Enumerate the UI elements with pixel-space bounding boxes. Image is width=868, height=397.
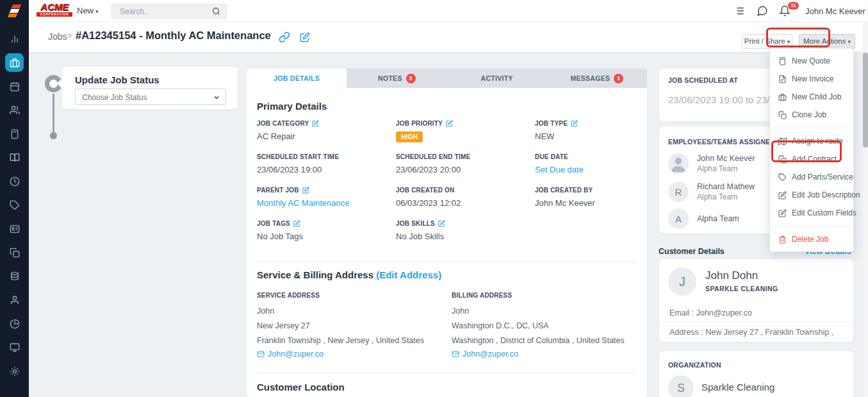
job-details-panel: Primary Details JOB CATEGORY AC Repair J… (247, 88, 647, 397)
service-address-line: New Jersey 27 (257, 321, 310, 330)
timeline-end-dot (50, 132, 57, 139)
primary-details-heading: Primary Details (257, 101, 327, 112)
menu-item-edit-job-description[interactable]: Edit Job Description (770, 186, 853, 204)
search-box (111, 3, 227, 19)
initial-avatar: S (668, 375, 694, 397)
organization-card: ORGANIZATION S Sparkle Cleaning (659, 350, 854, 397)
edit-icon (778, 191, 787, 199)
service-email-link[interactable]: John@zuper.co (257, 350, 323, 359)
search-input[interactable] (120, 3, 209, 19)
chat-icon[interactable] (757, 5, 768, 17)
bar-chart-icon[interactable] (5, 30, 24, 48)
menu-item-add-contract[interactable]: Add Contract (770, 150, 853, 168)
billing-email-link[interactable]: John@zuper.co (452, 350, 518, 359)
field-parent-job: PARENT JOB Monthly AC Maintenance (257, 187, 396, 210)
print-share-button[interactable]: Print / Share▾ (742, 34, 792, 49)
clock-icon[interactable] (5, 172, 24, 190)
monitor-icon[interactable] (5, 338, 24, 357)
zuper-logo-icon[interactable] (7, 4, 22, 18)
customer-name: John Dohn (705, 269, 758, 282)
edit-icon[interactable] (312, 120, 319, 127)
calculator-icon[interactable] (5, 124, 24, 143)
chevron-down-icon: ▾ (95, 8, 99, 15)
user-icon[interactable] (5, 291, 24, 309)
job-status-select[interactable]: Choose Job Status (75, 89, 226, 105)
customer-details-heading: Customer Details (659, 247, 725, 256)
status-card-title: Update Job Status (75, 74, 160, 85)
assignee-row[interactable]: A Alpha Team (668, 208, 739, 229)
calendar-icon[interactable] (5, 77, 24, 96)
menu-item-delete-job[interactable]: Delete Job (770, 230, 853, 248)
menu-item-assign-to-route[interactable]: Assign to route (770, 132, 853, 150)
gear-icon[interactable] (5, 362, 24, 380)
menu-item-new-invoice[interactable]: New Invoice (770, 70, 853, 88)
users-icon[interactable] (5, 101, 24, 119)
edit-icon[interactable] (300, 32, 310, 42)
field-created-by: JOB CREATED BY John Mc Keever (535, 187, 637, 210)
briefcase-icon[interactable] (5, 53, 24, 72)
page-title: #A12345154 - Monthly AC Maintenance (76, 30, 271, 42)
field-due-date: DUE DATE Set Due date (535, 153, 637, 177)
card-divider (659, 321, 853, 322)
parent-job-link[interactable]: Monthly AC Maintenance (257, 198, 350, 208)
link-icon[interactable] (279, 31, 290, 43)
notification-badge: 11 (788, 2, 799, 10)
book-icon[interactable] (5, 148, 24, 167)
initial-avatar: R (668, 182, 689, 202)
search-icon[interactable] (212, 7, 220, 15)
field-job-skills: JOB SKILLS No Job Skills (396, 220, 535, 244)
service-address-line: Franklin Township , New Jersey , United … (257, 336, 424, 345)
menu-item-edit-custom-fields[interactable]: Edit Custom Fields (770, 204, 853, 222)
coins-icon[interactable] (5, 267, 24, 285)
customer-location-heading: Customer Location (257, 382, 345, 393)
edit-icon[interactable] (446, 120, 453, 127)
more-actions-button[interactable]: More Actions▾ (799, 34, 855, 49)
timeline-line (53, 94, 54, 132)
breadcrumb-separator: > (67, 31, 72, 40)
billing-address-line: Washington , District of Columbia , Unit… (452, 336, 625, 345)
copy-icon[interactable] (5, 243, 24, 262)
initial-avatar: J (668, 267, 696, 296)
user-menu[interactable]: John Mc Keever▾ (805, 6, 868, 16)
mail-icon (257, 350, 265, 358)
field-scheduled-start: SCHEDULED START TIME 23/06/2023 19:00 (257, 153, 396, 177)
app-window: ACME CORPORATION New▾ 11 John Mc Keever▾… (0, 0, 868, 397)
tag-icon[interactable] (5, 196, 24, 214)
id-card-icon[interactable] (5, 219, 24, 238)
mail-icon (452, 350, 459, 358)
menu-item-new-quote[interactable]: New Quote (770, 52, 853, 70)
edit-icon[interactable] (571, 120, 578, 127)
calculator-icon (778, 57, 787, 65)
organization-name: Sparkle Cleaning (701, 382, 774, 393)
edit-icon[interactable] (438, 220, 445, 227)
edit-icon[interactable] (293, 220, 300, 227)
tab-notes[interactable]: NOTES3 (347, 69, 446, 88)
new-dropdown[interactable]: New▾ (77, 6, 99, 15)
menu-item-add-parts-service[interactable]: Add Parts/Service (770, 168, 853, 186)
scrollbar-thumb[interactable] (863, 53, 868, 148)
edit-address-link[interactable]: (Edit Address) (376, 269, 441, 280)
edit-icon[interactable] (302, 187, 309, 194)
breadcrumb-jobs[interactable]: Jobs (48, 31, 67, 42)
chevron-down-icon (213, 94, 220, 101)
assignee-row[interactable]: R Richard MathewAlpha Team (668, 182, 755, 202)
pie-chart-icon[interactable] (5, 314, 24, 333)
tab-bar: JOB DETAILS NOTES3 ACTIVITY MESSAGES1 (247, 69, 647, 88)
person-avatar (668, 153, 689, 174)
tab-activity[interactable]: ACTIVITY (447, 69, 547, 88)
priority-badge: HIGH (396, 131, 423, 142)
tab-job-details[interactable]: JOB DETAILS (247, 69, 347, 88)
set-due-date-link[interactable]: Set Due date (535, 165, 584, 174)
assignee-row[interactable]: John Mc KeeverAlpha Team (668, 153, 755, 174)
field-job-tags: JOB TAGS No Job Tags (257, 220, 396, 244)
top-navbar: ACME CORPORATION New▾ 11 John Mc Keever▾ (29, 0, 868, 22)
menu-item-new-child-job[interactable]: New Child Job (770, 88, 853, 106)
field-empty (535, 220, 637, 244)
billing-address-line: Washington D.C., DC, USA (452, 321, 549, 330)
list-icon[interactable] (733, 5, 745, 17)
briefcase-icon (778, 93, 787, 101)
menu-item-clone-job[interactable]: Clone Job (770, 106, 853, 124)
field-job-priority: JOB PRIORITY HIGH (396, 120, 535, 144)
tab-messages[interactable]: MESSAGES1 (547, 69, 647, 88)
field-created-on: JOB CREATED ON 06/03/2023 12:02 (396, 187, 535, 210)
